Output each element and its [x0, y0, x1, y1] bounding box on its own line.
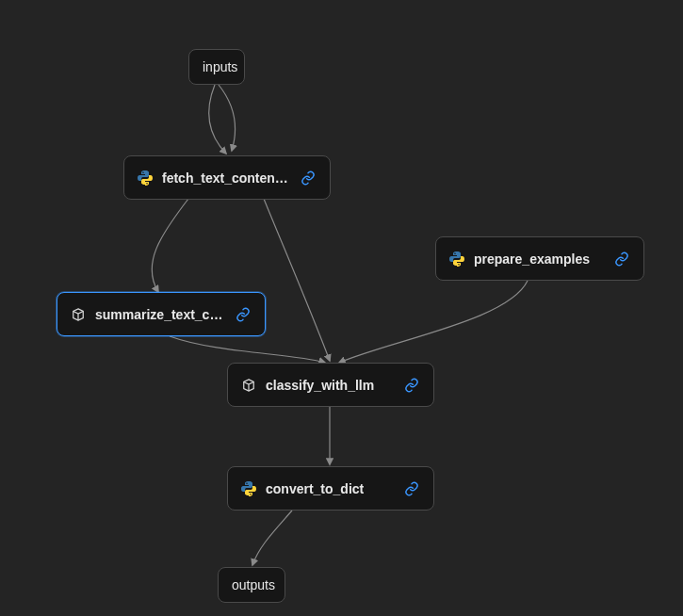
- node-label: convert_to_dict: [266, 481, 394, 496]
- link-icon[interactable]: [235, 306, 252, 323]
- node-convert-to-dict[interactable]: convert_to_dict: [227, 466, 434, 511]
- flow-canvas[interactable]: inputs fetch_text_content_fro… prepare_e…: [0, 0, 683, 616]
- node-label: summarize_text_content: [95, 307, 225, 322]
- node-label: prepare_examples: [474, 251, 604, 267]
- node-label: classify_with_llm: [266, 378, 394, 393]
- python-icon: [449, 251, 464, 267]
- cube-icon: [241, 378, 256, 393]
- cube-icon: [71, 307, 86, 322]
- link-icon[interactable]: [403, 480, 420, 497]
- node-label: outputs: [232, 577, 275, 592]
- node-label: fetch_text_content_fro…: [162, 170, 290, 186]
- node-outputs[interactable]: outputs: [218, 567, 285, 603]
- node-summarize-text-content[interactable]: summarize_text_content: [57, 292, 266, 336]
- node-classify-with-llm[interactable]: classify_with_llm: [227, 363, 434, 407]
- link-icon[interactable]: [300, 170, 317, 186]
- python-icon: [138, 170, 153, 186]
- node-inputs[interactable]: inputs: [188, 49, 245, 85]
- node-fetch-text-content[interactable]: fetch_text_content_fro…: [123, 155, 331, 200]
- node-label: inputs: [203, 59, 237, 74]
- python-icon: [241, 481, 256, 496]
- node-prepare-examples[interactable]: prepare_examples: [435, 236, 644, 281]
- link-icon[interactable]: [613, 251, 630, 267]
- link-icon[interactable]: [403, 377, 420, 394]
